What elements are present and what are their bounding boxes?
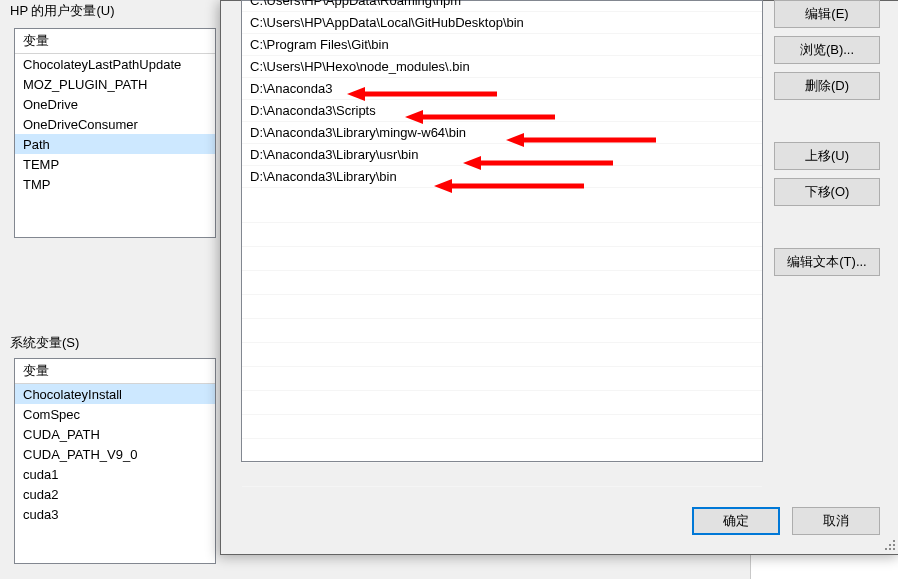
list-item[interactable]: cuda3 (15, 504, 215, 524)
path-row[interactable]: C:\Users\HP\AppData\Roaming\npm (242, 0, 762, 12)
list-item[interactable]: Path (15, 134, 215, 154)
path-row[interactable]: C:\Users\HP\Hexo\node_modules\.bin (242, 56, 762, 78)
path-row[interactable]: C:\Program Files\Git\bin (242, 34, 762, 56)
list-item[interactable]: ComSpec (15, 404, 215, 424)
path-row[interactable]: D:\Anaconda3\Library\bin (242, 166, 762, 188)
user-vars-listbox[interactable]: 变量 ChocolateyLastPathUpdateMOZ_PLUGIN_PA… (14, 28, 216, 238)
list-item[interactable]: TEMP (15, 154, 215, 174)
svg-rect-0 (893, 540, 895, 542)
list-item[interactable]: cuda2 (15, 484, 215, 504)
system-vars-label: 系统变量(S) (10, 334, 79, 352)
browse-button[interactable]: 浏览(B)... (774, 36, 880, 64)
move-down-button[interactable]: 下移(O) (774, 178, 880, 206)
cancel-button[interactable]: 取消 (792, 507, 880, 535)
dialog-side-buttons: 编辑(E) 浏览(B)... 删除(D) 上移(U) 下移(O) 编辑文本(T)… (774, 0, 880, 284)
user-vars-label: HP 的用户变量(U) (10, 2, 114, 20)
dialog-bottom-buttons: 确定 取消 (684, 507, 880, 535)
edit-button[interactable]: 编辑(E) (774, 0, 880, 28)
path-row[interactable]: C:\Users\HP\AppData\Local\GitHubDesktop\… (242, 12, 762, 34)
list-item[interactable]: ChocolateyInstall (15, 384, 215, 404)
list-item[interactable]: cuda1 (15, 464, 215, 484)
path-entries-list[interactable]: C:\Users\HP\AppData\Roaming\npmC:\Users\… (241, 0, 763, 462)
svg-rect-1 (889, 544, 891, 546)
list-item[interactable]: CUDA_PATH_V9_0 (15, 444, 215, 464)
path-row[interactable]: D:\Anaconda3\Scripts (242, 100, 762, 122)
svg-rect-5 (893, 548, 895, 550)
list-item[interactable]: MOZ_PLUGIN_PATH (15, 74, 215, 94)
path-row[interactable]: D:\Anaconda3\Library\usr\bin (242, 144, 762, 166)
list-item[interactable]: CUDA_PATH (15, 424, 215, 444)
list-header: 变量 (15, 359, 215, 384)
svg-rect-2 (893, 544, 895, 546)
path-row[interactable]: D:\Anaconda3 (242, 78, 762, 100)
edit-text-button[interactable]: 编辑文本(T)... (774, 248, 880, 276)
list-item[interactable]: TMP (15, 174, 215, 194)
svg-rect-4 (889, 548, 891, 550)
system-vars-listbox[interactable]: 变量 ChocolateyInstallComSpecCUDA_PATHCUDA… (14, 358, 216, 564)
resize-grip-icon[interactable] (883, 538, 897, 552)
list-item[interactable]: OneDriveConsumer (15, 114, 215, 134)
list-item[interactable]: OneDrive (15, 94, 215, 114)
ok-button[interactable]: 确定 (692, 507, 780, 535)
delete-button[interactable]: 删除(D) (774, 72, 880, 100)
edit-path-dialog: C:\Users\HP\AppData\Roaming\npmC:\Users\… (220, 0, 898, 555)
svg-rect-3 (885, 548, 887, 550)
list-item[interactable]: ChocolateyLastPathUpdate (15, 54, 215, 74)
path-row[interactable]: D:\Anaconda3\Library\mingw-w64\bin (242, 122, 762, 144)
list-header: 变量 (15, 29, 215, 54)
move-up-button[interactable]: 上移(U) (774, 142, 880, 170)
